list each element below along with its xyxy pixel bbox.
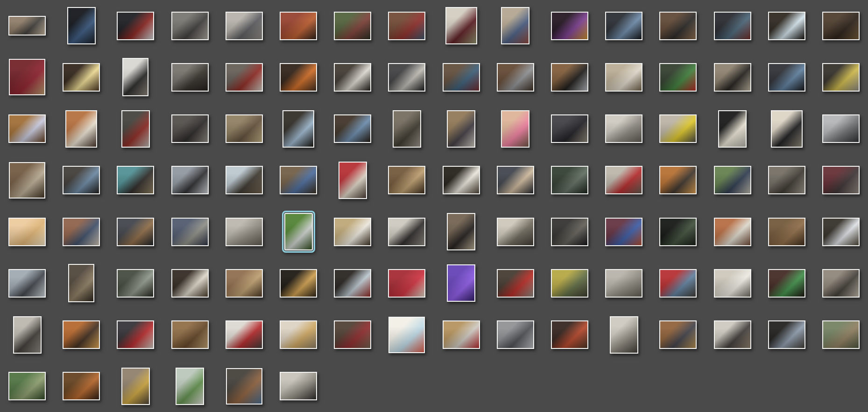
photo-thumbnail[interactable] <box>9 162 45 199</box>
photo-thumbnail[interactable] <box>659 12 697 40</box>
photo-thumbnail[interactable] <box>822 114 860 143</box>
photo-thumbnail[interactable] <box>610 316 638 354</box>
photo-thumbnail[interactable] <box>9 59 45 95</box>
photo-thumbnail[interactable] <box>768 218 805 246</box>
photo-thumbnail[interactable] <box>171 269 209 298</box>
photo-thumbnail[interactable] <box>8 114 46 143</box>
photo-thumbnail[interactable] <box>8 269 46 298</box>
photo-thumbnail[interactable] <box>447 213 475 250</box>
photo-thumbnail[interactable] <box>605 269 642 298</box>
photo-thumbnail[interactable] <box>226 166 263 194</box>
photo-thumbnail[interactable] <box>280 12 317 40</box>
photo-thumbnail[interactable] <box>551 166 588 194</box>
photo-thumbnail[interactable] <box>822 63 860 92</box>
photo-thumbnail[interactable] <box>714 63 751 92</box>
photo-thumbnail[interactable] <box>497 63 534 92</box>
photo-thumbnail[interactable] <box>659 320 697 349</box>
photo-thumbnail[interactable] <box>226 114 263 143</box>
photo-thumbnail[interactable] <box>334 269 371 298</box>
photo-thumbnail[interactable] <box>822 166 860 194</box>
photo-thumbnail[interactable] <box>714 166 751 194</box>
photo-thumbnail[interactable] <box>551 114 588 143</box>
photo-thumbnail[interactable] <box>226 63 263 92</box>
photo-thumbnail[interactable] <box>497 320 534 349</box>
photo-thumbnail[interactable] <box>497 218 534 246</box>
photo-thumbnail[interactable] <box>67 7 96 44</box>
photo-thumbnail[interactable] <box>605 218 642 246</box>
photo-thumbnail[interactable] <box>171 12 209 40</box>
photo-thumbnail[interactable] <box>443 63 480 92</box>
photo-thumbnail[interactable] <box>768 320 805 349</box>
photo-thumbnail[interactable] <box>226 218 263 246</box>
photo-thumbnail[interactable] <box>334 218 371 246</box>
photo-thumbnail[interactable] <box>768 166 805 194</box>
photo-thumbnail[interactable] <box>65 110 97 148</box>
photo-thumbnail[interactable] <box>659 166 697 194</box>
photo-thumbnail[interactable] <box>388 63 425 92</box>
photo-thumbnail-selected[interactable] <box>284 213 313 250</box>
photo-thumbnail[interactable] <box>334 114 371 143</box>
photo-thumbnail[interactable] <box>605 63 642 92</box>
photo-thumbnail[interactable] <box>551 12 588 40</box>
photo-thumbnail[interactable] <box>171 320 209 349</box>
photo-thumbnail[interactable] <box>282 110 314 148</box>
photo-thumbnail[interactable] <box>226 368 262 405</box>
photo-thumbnail[interactable] <box>280 320 317 349</box>
photo-thumbnail[interactable] <box>501 7 529 44</box>
photo-thumbnail[interactable] <box>551 320 588 349</box>
photo-thumbnail[interactable] <box>117 269 154 298</box>
photo-thumbnail[interactable] <box>8 218 46 246</box>
photo-thumbnail[interactable] <box>334 63 371 92</box>
photo-thumbnail[interactable] <box>388 218 425 246</box>
photo-thumbnail[interactable] <box>226 269 263 298</box>
photo-thumbnail[interactable] <box>117 12 154 40</box>
photo-thumbnail[interactable] <box>718 110 747 148</box>
photo-thumbnail[interactable] <box>659 269 697 298</box>
photo-thumbnail[interactable] <box>388 269 425 298</box>
photo-thumbnail[interactable] <box>605 166 642 194</box>
photo-thumbnail[interactable] <box>768 12 805 40</box>
selection-ring[interactable] <box>282 211 315 253</box>
photo-thumbnail[interactable] <box>171 114 209 143</box>
photo-thumbnail[interactable] <box>393 110 421 148</box>
photo-thumbnail[interactable] <box>501 110 529 148</box>
photo-thumbnail[interactable] <box>659 218 697 246</box>
photo-thumbnail[interactable] <box>280 372 317 400</box>
photo-thumbnail[interactable] <box>445 7 477 44</box>
photo-thumbnail[interactable] <box>117 218 154 246</box>
photo-thumbnail[interactable] <box>176 368 204 405</box>
photo-thumbnail[interactable] <box>447 264 475 302</box>
photo-thumbnail[interactable] <box>551 218 588 246</box>
photo-thumbnail[interactable] <box>443 166 480 194</box>
photo-thumbnail[interactable] <box>334 320 371 349</box>
photo-thumbnail[interactable] <box>121 110 150 148</box>
photo-thumbnail[interactable] <box>280 269 317 298</box>
photo-thumbnail[interactable] <box>388 12 425 40</box>
photo-thumbnail[interactable] <box>63 63 100 92</box>
photo-thumbnail[interactable] <box>768 269 805 298</box>
photo-thumbnail[interactable] <box>122 58 148 96</box>
photo-thumbnail[interactable] <box>714 320 751 349</box>
photo-thumbnail[interactable] <box>551 63 588 92</box>
photo-thumbnail[interactable] <box>171 63 209 92</box>
photo-thumbnail[interactable] <box>714 218 751 246</box>
photo-thumbnail[interactable] <box>226 320 263 349</box>
photo-thumbnail[interactable] <box>497 269 534 298</box>
photo-thumbnail[interactable] <box>63 218 100 246</box>
photo-thumbnail[interactable] <box>605 114 642 143</box>
photo-thumbnail[interactable] <box>822 320 860 349</box>
photo-thumbnail[interactable] <box>339 162 367 199</box>
photo-thumbnail[interactable] <box>334 12 371 40</box>
photo-thumbnail[interactable] <box>8 372 46 400</box>
photo-thumbnail[interactable] <box>117 320 154 349</box>
photo-thumbnail[interactable] <box>280 166 317 194</box>
photo-thumbnail[interactable] <box>822 269 860 298</box>
photo-thumbnail[interactable] <box>388 166 425 194</box>
photo-thumbnail[interactable] <box>117 166 154 194</box>
photo-thumbnail[interactable] <box>121 368 150 405</box>
photo-thumbnail[interactable] <box>551 269 588 298</box>
photo-thumbnail[interactable] <box>443 320 480 349</box>
photo-thumbnail[interactable] <box>497 166 534 194</box>
photo-thumbnail[interactable] <box>13 316 42 354</box>
photo-thumbnail[interactable] <box>447 110 475 148</box>
